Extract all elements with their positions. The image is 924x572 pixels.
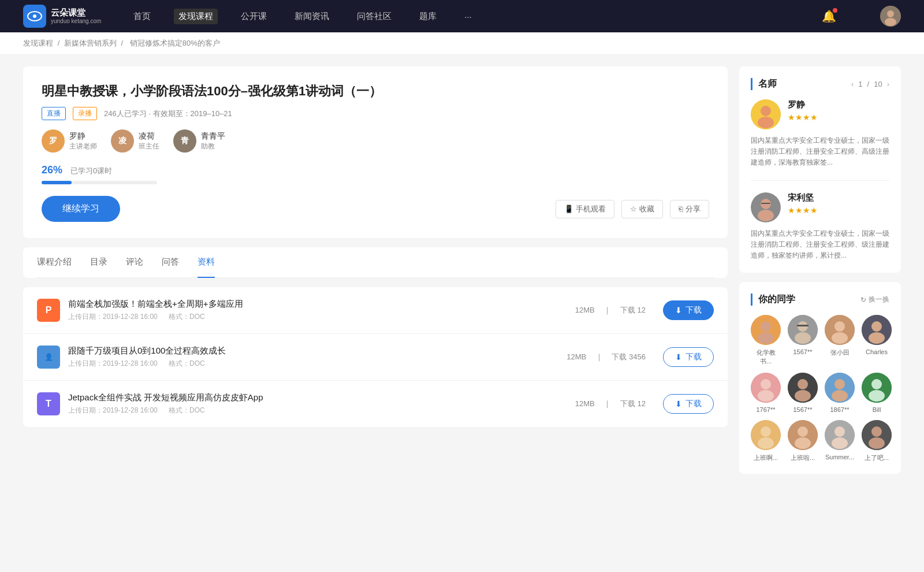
classmate-avatar-3[interactable] xyxy=(862,315,892,345)
svg-point-13 xyxy=(761,321,771,332)
classmate-avatar-9[interactable] xyxy=(788,420,818,450)
breadcrumb-link-discover[interactable]: 发现课程 xyxy=(23,39,53,47)
nav-item-home[interactable]: 首页 xyxy=(129,9,155,24)
nav-item-more[interactable]: ··· xyxy=(460,9,476,24)
user-avatar[interactable] xyxy=(880,6,901,27)
svg-point-24 xyxy=(869,332,885,344)
resource-item: T Jetpack全组件实战 开发短视频应用高仿皮皮虾App 上传日期：2019… xyxy=(23,381,728,427)
svg-point-33 xyxy=(832,390,848,402)
teacher-profile-top-1: 宋利坚 ★★★★ xyxy=(751,192,889,222)
nav-item-opencourse[interactable]: 公开课 xyxy=(236,9,271,24)
teacher-profile-top-0: 罗静 ★★★★ xyxy=(751,99,889,129)
svg-point-27 xyxy=(758,390,774,402)
svg-point-7 xyxy=(758,117,774,128)
resource-name-2: Jetpack全组件实战 开发短视频应用高仿皮皮虾App xyxy=(68,392,558,403)
breadcrumb-current: 销冠修炼术搞定80%的客户 xyxy=(130,39,220,47)
svg-point-20 xyxy=(834,321,845,332)
classmate-avatar-6[interactable] xyxy=(825,373,855,403)
download-button-2[interactable]: ⬇ 下载 xyxy=(663,394,714,414)
share-icon: ⎗ xyxy=(679,205,683,213)
classmates-grid: 化学教书... 1567** 张小田 xyxy=(751,315,889,462)
badge-record: 录播 xyxy=(73,107,97,120)
svg-point-35 xyxy=(871,379,882,389)
download-button-0[interactable]: ⬇ 下载 xyxy=(663,300,714,320)
right-sidebar: 名师 ‹ 1 / 10 › xyxy=(739,66,901,483)
tab-comments[interactable]: 评论 xyxy=(126,247,143,278)
svg-point-39 xyxy=(758,437,774,449)
teacher-profile-0: 罗静 ★★★★ 国内某重点大学安全工程专业硕士，国家一级注册消防工程师、注册安全… xyxy=(751,99,889,181)
classmate-name-6: 1867** xyxy=(830,406,849,413)
download-icon-0: ⬇ xyxy=(675,306,682,315)
classmate-item-10: Summer... xyxy=(825,420,855,462)
next-page-button[interactable]: › xyxy=(887,80,889,88)
teacher-avatar-1: 凌 xyxy=(111,129,134,153)
svg-point-41 xyxy=(798,426,808,437)
classmate-avatar-0[interactable] xyxy=(751,315,781,345)
teacher-item-2: 青 青青平 助教 xyxy=(173,129,225,153)
teacher-avatar-0: 罗 xyxy=(42,129,65,153)
classmate-avatar-4[interactable] xyxy=(751,373,781,403)
svg-point-21 xyxy=(832,332,848,344)
classmate-item-4: 1767** xyxy=(751,373,781,413)
notification-dot xyxy=(833,8,837,13)
tab-catalog[interactable]: 目录 xyxy=(90,247,107,278)
course-meta: 直播 录播 246人已学习 · 有效期至：2019–10–21 xyxy=(42,107,709,120)
nav-item-discover[interactable]: 发现课程 xyxy=(174,9,218,24)
svg-point-1 xyxy=(33,14,36,18)
download-icon-2: ⬇ xyxy=(675,399,682,408)
nav-item-news[interactable]: 新闻资讯 xyxy=(290,9,334,24)
tabs-header: 课程介绍 目录 评论 问答 资料 xyxy=(37,247,714,278)
classmates-sidebar-card: 你的同学 ↻ 换一换 化学教书... 15 xyxy=(739,282,901,474)
logo[interactable]: 云朵课堂 yunduo ketang.com xyxy=(23,5,101,28)
share-button[interactable]: ⎗ 分享 xyxy=(670,200,709,218)
tab-intro[interactable]: 课程介绍 xyxy=(37,247,72,278)
classmate-avatar-11[interactable] xyxy=(862,420,892,450)
tab-resources[interactable]: 资料 xyxy=(198,247,215,278)
classmate-name-1: 1567** xyxy=(793,348,812,355)
classmate-avatar-10[interactable] xyxy=(825,420,855,450)
svg-point-3 xyxy=(887,10,894,17)
classmate-avatar-8[interactable] xyxy=(751,420,781,450)
download-button-1[interactable]: ⬇ 下载 xyxy=(663,347,714,367)
continue-learning-button[interactable]: 继续学习 xyxy=(42,196,120,222)
svg-point-10 xyxy=(758,210,774,221)
teacher-name-0: 罗静 xyxy=(69,131,97,142)
refresh-button[interactable]: ↻ 换一换 xyxy=(860,295,889,304)
navbar: 云朵课堂 yunduo ketang.com 首页 发现课程 公开课 新闻资讯 … xyxy=(0,0,924,32)
classmate-name-3: Charles xyxy=(866,348,888,355)
nav-item-quiz[interactable]: 题库 xyxy=(415,9,441,24)
breadcrumb-sep: / xyxy=(58,39,62,47)
classmates-header: 你的同学 ↻ 换一换 xyxy=(751,294,889,306)
classmate-avatar-1[interactable] xyxy=(788,315,818,345)
refresh-icon: ↻ xyxy=(860,296,866,304)
course-header-card: 明星中教授课，小学阶段语法100分–强化级第1讲动词（一） 直播 录播 246人… xyxy=(23,66,728,238)
teacher-item-0: 罗 罗静 主讲老师 xyxy=(42,129,97,153)
resource-meta-2: 上传日期：2019-12-28 16:00 格式：DOC xyxy=(68,406,558,415)
nav-item-qa[interactable]: 问答社区 xyxy=(352,9,396,24)
svg-point-14 xyxy=(758,332,774,344)
notification-bell[interactable]: 🔔 xyxy=(822,9,836,23)
resource-meta-1: 上传日期：2019-12-28 16:00 格式：DOC xyxy=(68,359,549,369)
resource-info-2: Jetpack全组件实战 开发短视频应用高仿皮皮虾App 上传日期：2019-1… xyxy=(68,392,558,415)
classmate-name-7: Bill xyxy=(873,406,881,413)
progress-section: 26% 已学习0课时 xyxy=(42,164,709,184)
tab-qa[interactable]: 问答 xyxy=(162,247,179,278)
classmate-avatar-7[interactable] xyxy=(862,373,892,403)
progress-percent: 26% xyxy=(42,164,62,176)
collect-button[interactable]: ☆ 收藏 xyxy=(621,200,663,218)
classmate-item-7: Bill xyxy=(862,373,892,413)
classmate-avatar-2[interactable] xyxy=(825,315,855,345)
svg-point-4 xyxy=(885,18,896,26)
page-total: 10 xyxy=(874,80,882,88)
badge-live: 直播 xyxy=(42,107,66,120)
tp-desc-0: 国内某重点大学安全工程专业硕士，国家一级注册消防工程师、注册安全工程师、高级注册… xyxy=(751,135,889,169)
teacher-item-1: 凌 凌荷 班主任 xyxy=(111,129,159,153)
tp-stars-0: ★★★★ xyxy=(788,113,818,122)
classmate-avatar-5[interactable] xyxy=(788,373,818,403)
teacher-role-0: 主讲老师 xyxy=(69,142,97,151)
star-icon: ☆ xyxy=(630,205,637,213)
teacher-name-1: 凌荷 xyxy=(139,131,159,142)
prev-page-button[interactable]: ‹ xyxy=(851,80,854,88)
mobile-view-button[interactable]: 📱 手机观看 xyxy=(556,200,614,218)
breadcrumb-link-series[interactable]: 新媒体营销系列 xyxy=(64,39,117,47)
